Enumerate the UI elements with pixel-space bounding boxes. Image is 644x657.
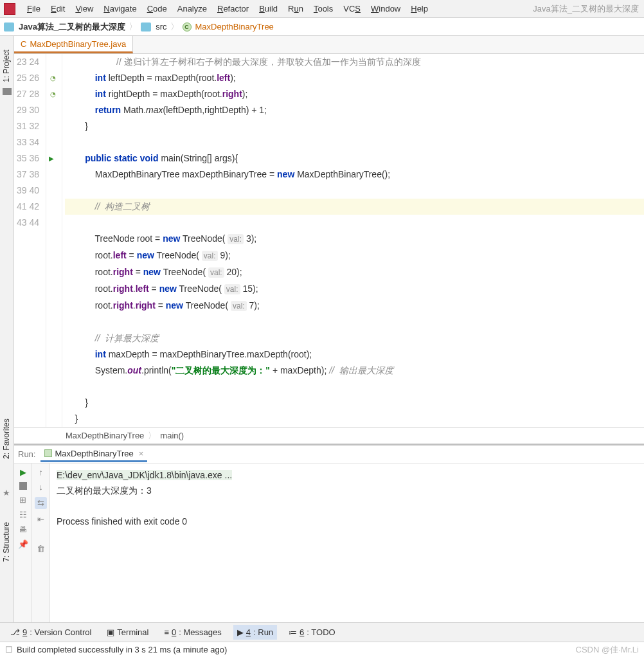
menu-vcs[interactable]: VCS <box>338 1 366 16</box>
project-tool-button[interactable]: 1: Project <box>2 50 11 82</box>
breadcrumb-src[interactable]: src <box>156 22 166 32</box>
menu-help[interactable]: Help <box>406 1 433 16</box>
layout-icon[interactable]: ⊞ <box>19 495 26 505</box>
bottom-tool-bar: ⎇ 9: Version Control ▣ Terminal ≡ 0: Mes… <box>0 622 644 642</box>
status-bar: ☐ Build completed successfully in 3 s 21… <box>0 642 644 657</box>
file-tab[interactable]: C MaxDepthBinaryTree.java <box>14 36 133 53</box>
trash-icon[interactable]: 🗑 <box>37 544 45 554</box>
ide-logo-icon <box>4 3 15 15</box>
star-icon: ★ <box>3 488 10 498</box>
status-message: Build completed successfully in 3 s 21 m… <box>17 645 227 654</box>
up-icon[interactable]: ↑ <box>39 467 43 477</box>
run-marker-icon[interactable]: ◔ <box>50 86 56 102</box>
chevron-right-icon: 〉 <box>148 430 156 442</box>
terminal-button[interactable]: ▣ Terminal <box>103 625 152 640</box>
todo-button[interactable]: ≔ 6: TODO <box>285 625 339 640</box>
class-icon: C <box>183 22 192 32</box>
watermark: CSDN @佳·Mr.Li <box>576 644 639 656</box>
breadcrumb-project[interactable]: Java算法_二叉树的最大深度 <box>19 21 125 33</box>
status-icon[interactable]: ☐ <box>5 645 13 654</box>
code-editor[interactable]: 23 24 25 26 27 28 29 30 31 32 33 34 35 3… <box>14 54 644 427</box>
menu-edit[interactable]: Edit <box>46 1 70 16</box>
folder-icon <box>4 22 14 32</box>
folder-icon <box>141 22 151 32</box>
menu-navigate[interactable]: Navigate <box>98 1 141 16</box>
run-config-tab[interactable]: MaxDepthBinaryTree × <box>40 447 147 462</box>
run-marker-icon[interactable]: ◔ <box>50 70 56 86</box>
print-icon[interactable]: 🖶 <box>19 525 27 534</box>
tab-filename: MaxDepthBinaryTree.java <box>30 39 126 49</box>
menu-bar: File Edit View Navigate Code Analyze Ref… <box>0 0 644 18</box>
chevron-right-icon: 〉 <box>127 21 139 33</box>
class-icon: C <box>21 39 26 49</box>
version-control-button[interactable]: ⎇ 9: Version Control <box>6 625 95 640</box>
editor-tabs: C MaxDepthBinaryTree.java <box>14 36 644 54</box>
line-number-gutter: 23 24 25 26 27 28 29 30 31 32 33 34 35 3… <box>14 54 46 427</box>
run-label: Run: <box>18 449 35 459</box>
project-title: Java算法_二叉树的最大深度 <box>533 3 644 15</box>
menu-analyze[interactable]: Analyze <box>172 1 212 16</box>
gutter-run-icon[interactable]: ▶ <box>49 150 54 166</box>
soft-wrap-icon[interactable]: ⇆ <box>35 497 47 509</box>
menu-window[interactable]: Window <box>366 1 406 16</box>
code-content[interactable]: // 递归计算左子树和右子树的最大深度，并取较大值加一作为当前节点的深度 int… <box>62 54 644 427</box>
exe-line: E:\dev_env\Java_JDK\jdk1.8\bin\java.exe … <box>57 470 232 480</box>
run-tool-window: Run: MaxDepthBinaryTree × ▶ ⊞ ☷ 🖶 📌 ↑ <box>14 444 644 622</box>
layout2-icon[interactable]: ☷ <box>19 510 27 519</box>
left-toolwindow-bar: 1: Project ★ 2: Favorites 7: Structure <box>0 36 14 622</box>
editor-breadcrumb: MaxDepthBinaryTree 〉 main() <box>14 427 644 444</box>
stop-icon[interactable] <box>19 482 27 490</box>
folder-icon <box>3 88 12 95</box>
run-header: Run: MaxDepthBinaryTree × <box>14 446 644 464</box>
chevron-right-icon: 〉 <box>169 21 181 33</box>
structure-tool-button[interactable]: 7: Structure <box>2 522 11 562</box>
run-toolbar-left: ▶ ⊞ ☷ 🖶 📌 <box>14 464 32 622</box>
run-button[interactable]: ▶ 4: Run <box>233 625 277 640</box>
close-icon[interactable]: × <box>139 449 144 458</box>
output-line: Process finished with exit code 0 <box>57 516 187 526</box>
run-config-icon <box>44 449 52 457</box>
messages-button[interactable]: ≡ 0: Messages <box>160 625 225 640</box>
menu-refactor[interactable]: Refactor <box>212 1 254 16</box>
menu-build[interactable]: Build <box>254 1 283 16</box>
favorites-tool-button[interactable]: 2: Favorites <box>2 419 11 459</box>
navigation-bar: Java算法_二叉树的最大深度 〉 src 〉 C MaxDepthBinary… <box>0 18 644 36</box>
down-icon[interactable]: ↓ <box>39 482 43 492</box>
scroll-end-icon[interactable]: ⇤ <box>37 514 44 524</box>
run-gutter[interactable]: ◔ ◔ ▶ <box>46 54 62 427</box>
menu-tools[interactable]: Tools <box>309 1 338 16</box>
breadcrumb-method[interactable]: main() <box>160 431 184 440</box>
menu-view[interactable]: View <box>70 1 98 16</box>
breadcrumb-class[interactable]: MaxDepthBinaryTree <box>195 22 274 32</box>
pin-icon[interactable]: 📌 <box>18 539 28 549</box>
menu-file[interactable]: File <box>22 1 46 16</box>
output-line: 二叉树的最大深度为：3 <box>57 485 152 496</box>
menu-run[interactable]: Run <box>283 1 309 16</box>
run-output[interactable]: E:\dev_env\Java_JDK\jdk1.8\bin\java.exe … <box>50 464 644 622</box>
rerun-icon[interactable]: ▶ <box>20 467 26 477</box>
run-toolbar-inner: ↑ ↓ ⇆ ⇤ 🗑 <box>32 464 50 622</box>
breadcrumb-class[interactable]: MaxDepthBinaryTree <box>66 431 144 440</box>
menu-code[interactable]: Code <box>142 1 172 16</box>
